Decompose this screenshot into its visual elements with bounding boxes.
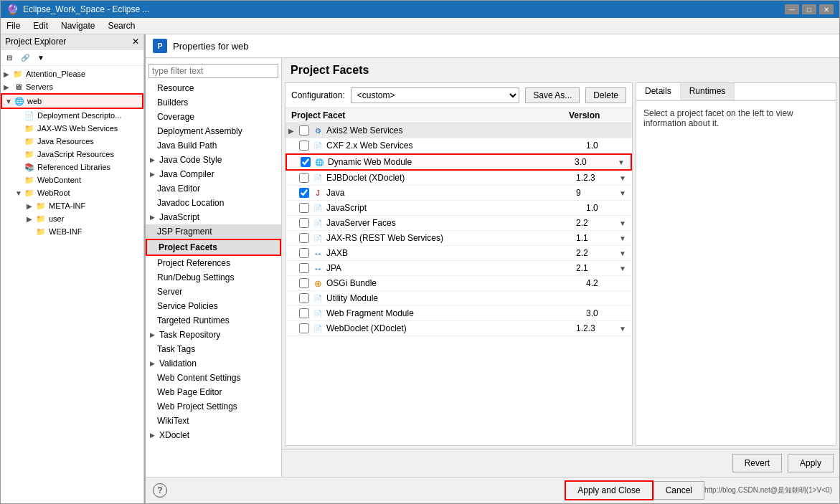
facet-row-cxf[interactable]: 📄 CXF 2.x Web Services 1.0 xyxy=(285,138,632,153)
facet-row-java[interactable]: J Java 9 ▼ xyxy=(285,186,632,201)
tree-item-servers[interactable]: ▶ 🖥 Servers xyxy=(1,80,143,93)
dropdown-java-icon[interactable]: ▼ xyxy=(619,189,629,197)
tree-item-ref-libs[interactable]: 📚 Referenced Libraries xyxy=(1,161,143,173)
nav-item-project-facets[interactable]: Project Facets xyxy=(146,239,281,256)
tab-runtimes[interactable]: Runtimes xyxy=(681,83,735,100)
nav-label-je: Java Editor xyxy=(157,184,200,194)
tree-item-webroot[interactable]: ▼ 📁 WebRoot xyxy=(1,186,143,199)
minimize-button[interactable]: ─ xyxy=(785,4,799,14)
facet-row-jpa[interactable]: ↔ JPA 2.1 ▼ xyxy=(285,261,632,276)
nav-item-java-code-style[interactable]: ▶ Java Code Style xyxy=(146,153,281,167)
nav-item-xdoclet[interactable]: ▶ XDoclet xyxy=(146,428,281,442)
dropdown-ejb-icon[interactable]: ▼ xyxy=(619,174,629,182)
nav-item-javascript[interactable]: ▶ JavaScript xyxy=(146,210,281,224)
dropdown-jpa-icon[interactable]: ▼ xyxy=(619,265,629,272)
nav-item-javadoc[interactable]: Javadoc Location xyxy=(146,196,281,210)
check-dynweb[interactable] xyxy=(300,157,311,167)
link-editor-button[interactable]: 🔗 xyxy=(18,51,32,64)
check-jaxb[interactable] xyxy=(298,248,310,258)
nav-item-java-compiler[interactable]: ▶ Java Compiler xyxy=(146,167,281,181)
nav-item-web-content[interactable]: Web Content Settings xyxy=(146,371,281,385)
tree-item-webinf[interactable]: 📁 WEB-INF xyxy=(1,225,143,238)
tree-item-webcontent[interactable]: 📁 WebContent xyxy=(1,173,143,186)
nav-item-coverage[interactable]: Coverage xyxy=(146,110,281,124)
facet-row-utility[interactable]: 📄 Utility Module xyxy=(285,291,632,306)
delete-button[interactable]: Delete xyxy=(585,87,626,103)
nav-item-task-tags[interactable]: Task Tags xyxy=(146,342,281,356)
apply-button[interactable]: Apply xyxy=(788,454,834,472)
collapse-all-button[interactable]: ⊟ xyxy=(2,51,16,64)
tab-details[interactable]: Details xyxy=(636,83,681,100)
dropdown-wd-icon[interactable]: ▼ xyxy=(619,325,629,333)
nav-item-resource[interactable]: Resource xyxy=(146,81,281,95)
check-java[interactable] xyxy=(298,188,310,198)
tree-item-deployment[interactable]: 📄 Deployment Descripto... xyxy=(1,109,143,122)
nav-item-java-build-path[interactable]: Java Build Path xyxy=(146,138,281,153)
check-javascript[interactable] xyxy=(298,203,310,213)
nav-item-server[interactable]: Server xyxy=(146,285,281,299)
nav-item-task-repo[interactable]: ▶ Task Repository xyxy=(146,328,281,342)
cancel-button[interactable]: Cancel xyxy=(653,481,704,500)
facet-row-axis2[interactable]: ▶ ⚙ Axis2 Web Services xyxy=(285,123,632,138)
check-cxf[interactable] xyxy=(298,141,310,151)
menu-file[interactable]: File xyxy=(1,19,26,32)
nav-item-wikitext[interactable]: WikiText xyxy=(146,414,281,428)
nav-item-web-page[interactable]: Web Page Editor xyxy=(146,385,281,399)
nav-item-project-refs[interactable]: Project References xyxy=(146,256,281,270)
facet-version-dynweb: 3.0 xyxy=(575,157,618,167)
save-as-button[interactable]: Save As... xyxy=(525,87,580,103)
menu-navigate[interactable]: Navigate xyxy=(55,19,100,32)
nav-item-validation[interactable]: ▶ Validation xyxy=(146,356,281,371)
facet-row-jaxrs[interactable]: 📄 JAX-RS (REST Web Services) 1.1 ▼ xyxy=(285,231,632,246)
tree-item-js-resources[interactable]: 📁 JavaScript Resources xyxy=(1,148,143,161)
dropdown-jaxb-icon[interactable]: ▼ xyxy=(619,249,629,257)
facet-row-webdoclet[interactable]: 📄 WebDoclet (XDoclet) 1.2.3 ▼ xyxy=(285,321,632,336)
tree-item-jaxws[interactable]: 📁 JAX-WS Web Services xyxy=(1,122,143,135)
config-select[interactable]: <custom> xyxy=(351,87,520,103)
nav-item-jsp-fragment[interactable]: JSP Fragment xyxy=(146,224,281,239)
facet-row-jaxb[interactable]: ↔ JAXB 2.2 ▼ xyxy=(285,246,632,261)
nav-item-java-editor[interactable]: Java Editor xyxy=(146,181,281,196)
tree-item-user[interactable]: ▶ 📁 user xyxy=(1,212,143,225)
check-jaxrs[interactable] xyxy=(298,233,310,243)
help-icon[interactable]: ? xyxy=(153,483,167,498)
check-webdoclet[interactable] xyxy=(298,323,310,333)
check-utility[interactable] xyxy=(298,293,310,303)
nav-item-service-policies[interactable]: Service Policies xyxy=(146,299,281,313)
facet-row-webfrag[interactable]: 📄 Web Fragment Module 3.0 xyxy=(285,306,632,321)
check-ejb[interactable] xyxy=(298,173,310,183)
nav-item-web-project[interactable]: Web Project Settings xyxy=(146,399,281,414)
nav-item-targeted-runtimes[interactable]: Targeted Runtimes xyxy=(146,313,281,328)
menu-edit[interactable]: Edit xyxy=(27,19,54,32)
facet-row-dynamic-web[interactable]: 🌐 Dynamic Web Module 3.0 ▼ xyxy=(285,153,632,171)
tree-item-attention[interactable]: ▶ 📁 Attention_Please xyxy=(1,67,143,80)
facet-row-jsf[interactable]: 📄 JavaServer Faces 2.2 ▼ xyxy=(285,216,632,231)
check-axis2[interactable] xyxy=(298,125,310,135)
dropdown-jsf-icon[interactable]: ▼ xyxy=(619,219,629,227)
revert-button[interactable]: Revert xyxy=(732,454,782,472)
table-header: Project Facet Version xyxy=(285,108,632,123)
panel-close-icon[interactable]: ✕ xyxy=(132,37,139,47)
facet-row-osgi[interactable]: ⊕ OSGi Bundle 4.2 xyxy=(285,276,632,291)
ejb-icon: 📄 xyxy=(312,172,324,184)
close-button[interactable]: ✕ xyxy=(819,4,834,14)
nav-item-deployment-assembly[interactable]: Deployment Assembly xyxy=(146,124,281,138)
nav-item-builders[interactable]: Builders xyxy=(146,95,281,110)
check-jsf[interactable] xyxy=(298,218,310,228)
nav-item-rundebug[interactable]: Run/Debug Settings xyxy=(146,270,281,285)
filter-input[interactable] xyxy=(148,64,278,78)
maximize-button[interactable]: □ xyxy=(802,4,816,14)
menu-search[interactable]: Search xyxy=(102,19,141,32)
check-osgi[interactable] xyxy=(298,278,310,288)
facet-row-javascript[interactable]: 📄 JavaScript 1.0 xyxy=(285,201,632,216)
tree-item-metainf[interactable]: ▶ 📁 META-INF xyxy=(1,199,143,212)
dropdown-jaxrs-icon[interactable]: ▼ xyxy=(619,234,629,242)
check-jpa[interactable] xyxy=(298,263,310,273)
facet-row-ejbdoclet[interactable]: 📄 EJBDoclet (XDoclet) 1.2.3 ▼ xyxy=(285,171,632,186)
view-menu-button[interactable]: ▼ xyxy=(34,51,48,64)
tree-item-web[interactable]: ▼ 🌐 web xyxy=(1,93,143,109)
dropdown-dynweb-icon[interactable]: ▼ xyxy=(618,158,628,166)
apply-and-close-button[interactable]: Apply and Close xyxy=(565,480,653,500)
check-webfrag[interactable] xyxy=(298,308,310,318)
tree-item-java-resources[interactable]: 📁 Java Resources xyxy=(1,135,143,148)
